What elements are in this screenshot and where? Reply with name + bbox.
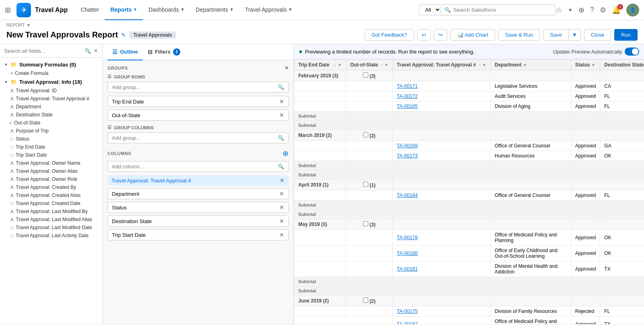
group-ta-col (392, 70, 490, 81)
search-scope-select[interactable]: All (423, 6, 441, 13)
undo-button[interactable]: ↩ (417, 29, 431, 41)
grid-icon[interactable]: ⊞ (5, 6, 11, 14)
remove-col-trip-start-date[interactable]: ✕ (279, 232, 284, 238)
field-item-owner-role[interactable]: A Travel Approval: Owner Role (0, 175, 102, 183)
redo-button[interactable]: ↪ (434, 29, 447, 41)
remove-out-of-state-icon[interactable]: ✕ (279, 112, 284, 118)
group-checkbox-cell[interactable]: (2) (346, 130, 392, 141)
global-search-input[interactable] (453, 7, 551, 13)
field-item-created-date[interactable]: □ Travel Approval: Created Date (0, 199, 102, 207)
field-item-ta-number[interactable]: A Travel Approval: Travel Approval # (0, 95, 102, 103)
col-header-department[interactable]: Department ▼ (490, 60, 571, 70)
add-chart-button[interactable]: 📊 Add Chart (450, 29, 495, 41)
col-header-destination-state[interactable]: Destination State ▼ (600, 60, 644, 70)
travel-approval-info-group[interactable]: ▼ 📁 Travel Approval: Info (19) (0, 77, 102, 87)
column-chip-ta-number: Travel Approval: Travel Approval # ✕ (107, 175, 289, 186)
save-run-button[interactable]: Save & Run (498, 29, 540, 41)
group-checkbox[interactable] (363, 221, 368, 226)
col-header-trip-end-date[interactable]: Trip End Date ↑↓ ▼ (294, 60, 346, 70)
nav-item-departments[interactable]: Departments ▼ (190, 0, 239, 20)
nav-item-chatter[interactable]: Chatter (75, 0, 105, 20)
settings-icon[interactable]: ⚙ (600, 6, 606, 14)
notifications[interactable]: 🔔 1 (612, 6, 621, 14)
col-header-status[interactable]: Status ▼ (571, 60, 600, 70)
favorites-dropdown-icon[interactable]: ▼ (568, 7, 573, 13)
field-item-department[interactable]: A Department (0, 103, 102, 111)
group-checkbox-cell[interactable]: (1) (346, 180, 392, 190)
field-item-trip-start-date[interactable]: □ Trip Start Date (0, 151, 102, 159)
add-icon[interactable]: ⊕ (578, 6, 584, 14)
col-menu-out-of-state[interactable]: ▼ (384, 63, 388, 67)
nav-item-travel-approvals[interactable]: Travel Approvals ▼ (239, 0, 298, 20)
got-feedback-button[interactable]: Got Feedback? (365, 29, 414, 41)
sort-ta-number[interactable]: ↑ (479, 63, 481, 67)
group-checkbox[interactable] (363, 182, 368, 187)
col-menu-trip-end-date[interactable]: ▼ (338, 63, 342, 67)
col-header-ta-number[interactable]: Travel Approval: Travel Approval # ↑ ▼ (392, 60, 490, 70)
col-menu-ta-number[interactable]: ▼ (482, 63, 486, 67)
remove-col-department[interactable]: ✕ (279, 190, 284, 197)
tab-outline[interactable]: ☰ Outline (107, 44, 143, 60)
summary-formulas-group[interactable]: ▼ 📁 Summary Formulas (0) (0, 60, 102, 69)
field-item-last-modified-by[interactable]: A Travel Approval: Last Modified By (0, 207, 102, 215)
add-column-input[interactable]: 🔍 (107, 161, 289, 172)
col-menu-department[interactable]: ▼ (523, 63, 527, 67)
edit-title-icon[interactable]: ✎ (121, 32, 126, 38)
reports-dropdown-arrow: ▼ (133, 7, 137, 12)
col-menu-status[interactable]: ▼ (591, 63, 595, 67)
field-item-created-alias[interactable]: A Travel Approval: Created Alias (0, 191, 102, 199)
cell-out-of-state (346, 81, 392, 91)
nav-item-reports[interactable]: Reports ▼ (105, 0, 143, 20)
search-fields-icon[interactable]: 🔍 (85, 48, 91, 54)
sort-trip-end-date[interactable]: ↑↓ (332, 63, 336, 67)
group-dest-col (600, 70, 644, 81)
field-item-owner-alias[interactable]: A Travel Approval: Owner Alias (0, 167, 102, 175)
remove-col-destination-state[interactable]: ✕ (279, 218, 284, 224)
create-formula-item[interactable]: + Create Formula (0, 69, 102, 77)
cell-trip-end (294, 306, 346, 317)
field-item-destination-state[interactable]: A Destination State (0, 111, 102, 119)
close-button[interactable]: Close (584, 29, 611, 41)
report-label-dropdown[interactable]: ▼ (27, 23, 31, 27)
group-checkbox-cell[interactable]: (2) (346, 296, 392, 306)
col-header-out-of-state[interactable]: Out-of-State ↑ ▼ (346, 60, 392, 70)
favorites-icon[interactable]: ☆ (556, 6, 562, 14)
add-group-row-input[interactable]: 🔍 (107, 82, 289, 93)
group-checkbox-cell[interactable]: (3) (346, 219, 392, 230)
run-button[interactable]: Run (614, 29, 638, 41)
field-item-out-of-state[interactable]: ✓ Out-of-State (0, 119, 102, 127)
clear-search-icon[interactable]: ✕ (93, 48, 98, 54)
field-item-status[interactable]: □ Status (0, 135, 102, 143)
field-item-purpose-of-trip[interactable]: A Purpose of Trip (0, 127, 102, 135)
add-group-col-input[interactable]: 🔍 (107, 132, 289, 143)
field-item-created-by[interactable]: A Travel Approval: Created By (0, 183, 102, 191)
nav-item-dashboards[interactable]: Dashboards ▼ (143, 0, 190, 20)
add-group-row-field[interactable] (112, 84, 278, 90)
help-icon[interactable]: ? (590, 6, 594, 14)
add-group-col-field[interactable] (112, 135, 278, 141)
search-fields-input[interactable] (4, 48, 82, 54)
remove-trip-end-date-icon[interactable]: ✕ (279, 98, 284, 105)
field-item-last-modified-alias[interactable]: A Travel Approval: Last Modified Alias (0, 215, 102, 224)
group-checkbox-cell[interactable]: (3) (346, 70, 392, 81)
remove-col-status[interactable]: ✕ (279, 204, 284, 211)
sort-out-of-state[interactable]: ↑ (381, 63, 383, 67)
field-item-last-activity-date[interactable]: □ Travel Approval: Last Activity Date (0, 232, 102, 240)
auto-preview-toggle[interactable] (625, 48, 639, 56)
field-item-ta-id[interactable]: A Travel Approval: ID (0, 87, 102, 95)
group-checkbox[interactable] (363, 298, 368, 303)
save-dropdown-button[interactable]: ▼ (569, 29, 581, 41)
group-checkbox[interactable] (363, 72, 368, 78)
user-avatar[interactable]: 👤 (626, 4, 639, 17)
remove-col-ta-number[interactable]: ✕ (280, 177, 285, 184)
save-button[interactable]: Save (543, 29, 569, 41)
field-item-last-modified-date[interactable]: □ Travel Approval: Last Modified Date (0, 224, 102, 232)
group-checkbox[interactable] (363, 132, 368, 137)
tab-filters[interactable]: ⊟ Filters 1 (143, 44, 185, 60)
groups-remove-icon[interactable]: ✕ (285, 65, 289, 71)
add-column-icon[interactable]: ⊕ (283, 149, 289, 158)
add-column-field[interactable] (112, 164, 278, 170)
group-status-col (571, 180, 600, 190)
field-item-trip-end-date[interactable]: □ Trip End Date (0, 143, 102, 151)
field-item-owner-name[interactable]: A Travel Approval: Owner Name (0, 159, 102, 167)
